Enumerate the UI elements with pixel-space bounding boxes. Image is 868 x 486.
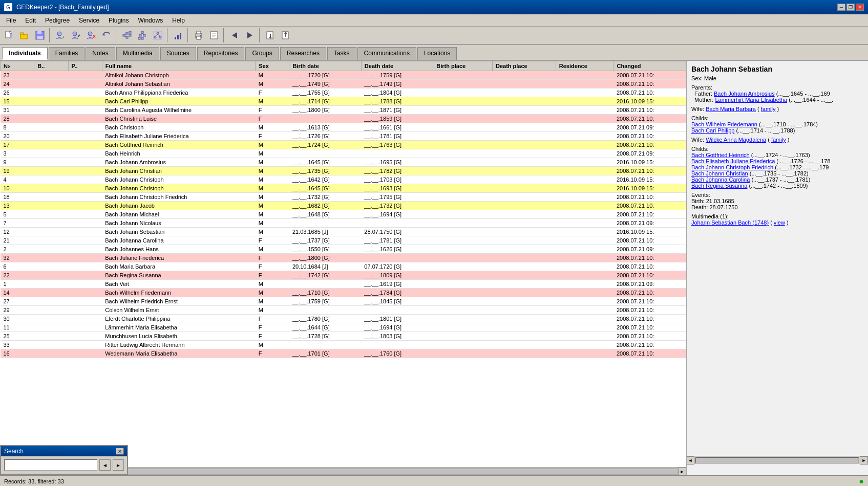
search-close-button[interactable]: ✕ (116, 448, 124, 455)
search-popup: Search ✕ ◄ ► (0, 445, 128, 475)
menu-edit[interactable]: Edit (21, 16, 40, 25)
toolbar-pedigree2[interactable] (135, 28, 150, 42)
table-row[interactable]: 10 Bach Johann Christoph M __.__.1645 [G… (1, 184, 686, 193)
tab-tasks[interactable]: Tasks (327, 47, 356, 60)
table-row[interactable]: 13 Bach Johann Jacob M __.__.1682 [G] __… (1, 202, 686, 210)
toolbar-edit-person[interactable] (69, 28, 83, 42)
table-row[interactable]: 16 Wedemann Maria Elisabetha F __.__.170… (1, 349, 686, 358)
toolbar-stats[interactable] (171, 28, 185, 42)
table-row[interactable]: 26 Bach Anna Philippiana Friederica F __… (1, 89, 686, 97)
table-row[interactable]: 4 Bach Johann Christoph M __.__.1642 [G]… (1, 175, 686, 184)
child2-4-link[interactable]: Bach Johann Christian (691, 170, 748, 176)
child2-1-link[interactable]: Bach Gottfried Heinrich (691, 152, 750, 158)
toolbar-pedigree3[interactable] (151, 28, 165, 42)
toolbar-export2[interactable] (279, 28, 293, 42)
toolbar-new[interactable] (2, 28, 16, 42)
table-row[interactable]: 9 Bach Johann Ambrosius M __.__.1645 [G]… (1, 158, 686, 167)
right-scroll-track[interactable] (695, 457, 859, 463)
tab-sources[interactable]: Sources (160, 47, 196, 60)
close-button[interactable]: ✕ (856, 4, 864, 11)
toolbar-print[interactable] (192, 28, 206, 42)
table-row[interactable]: 1 Bach Veit M __.__.1619 [G] 2008.07.21 … (1, 280, 686, 289)
table-row[interactable]: 33 Ritter Ludwig Albrecht Hermann M 2008… (1, 341, 686, 349)
tab-multimedia[interactable]: Multimedia (116, 47, 159, 60)
table-row[interactable]: 15 Bach Carl Philipp M __.__.1714 [G] __… (1, 97, 686, 106)
table-row[interactable]: 17 Bach Gottfried Heinrich M __.__.1724 … (1, 141, 686, 149)
multimedia-view-link[interactable]: view (774, 219, 785, 226)
table-row[interactable]: 20 Bach Elisabeth Juliane Friederica F _… (1, 132, 686, 141)
child1-2-link[interactable]: Bach Carl Philipp (691, 127, 734, 134)
table-row[interactable]: 31 Bach Carolina Augusta Wilhelmine F __… (1, 106, 686, 115)
wife2-family-link[interactable]: family (771, 137, 786, 143)
right-scroll-left[interactable]: ◄ (686, 456, 694, 465)
table-row[interactable]: 32 Bach Juliane Friederica F __.__.1800 … (1, 254, 686, 262)
table-row[interactable]: 25 Munchhusen Lucia Elisabeth F __.__.17… (1, 332, 686, 341)
right-scroll-right[interactable]: ► (860, 456, 868, 465)
child1-1-link[interactable]: Bach Wilhelm Friedemann (691, 121, 757, 127)
table-row[interactable]: 14 Bach Wilhelm Friedemann M __.__.1710 … (1, 289, 686, 297)
wife1-family-link[interactable]: family (761, 106, 776, 112)
table-row[interactable]: 11 Lämmerhirt Maria Elisabetha F __.__.1… (1, 323, 686, 332)
wife1-link[interactable]: Bach Maria Barbara (706, 106, 756, 112)
tab-communications[interactable]: Communications (357, 47, 416, 60)
menu-plugins[interactable]: Plugins (104, 16, 133, 25)
tab-researches[interactable]: Researches (280, 47, 326, 60)
table-row[interactable]: 21 Bach Johanna Carolina F __.__.1737 [G… (1, 236, 686, 245)
search-prev-button[interactable]: ◄ (99, 459, 111, 471)
table-row[interactable]: 24 Altnikol Johann Sebastian M __.__.174… (1, 80, 686, 89)
multimedia-link[interactable]: Johann Sebastian Bach (1748) (691, 219, 769, 226)
scroll-right-arrow[interactable]: ► (678, 468, 686, 476)
restore-button[interactable]: ❐ (846, 4, 855, 11)
table-row[interactable]: 28 Bach Christina Luise F __.__.1859 [G]… (1, 115, 686, 123)
table-row[interactable]: 19 Bach Johann Christian M __.__.1735 [G… (1, 167, 686, 175)
individuals-table-container[interactable]: № B.. P.. Full name Sex Birth date Death… (0, 61, 686, 467)
table-row[interactable]: 30 Elerdt Charlotte Philippina F __.__.1… (1, 315, 686, 323)
table-row[interactable]: 29 Colson Wilhelm Ernst M 2008.07.21 10: (1, 306, 686, 315)
tab-notes[interactable]: Notes (86, 47, 115, 60)
table-row[interactable]: 23 Altnikol Johann Christoph M __.__.172… (1, 71, 686, 80)
child2-2-link[interactable]: Bach Elisabeth Juliane Friederica (691, 158, 775, 164)
toolbar-delete-person[interactable]: × (84, 28, 98, 42)
table-row[interactable]: 27 Bach Wilhelm Friedrich Ernst M __.__.… (1, 297, 686, 306)
toolbar-nav-next[interactable] (243, 28, 257, 42)
toolbar-save[interactable] (33, 28, 47, 42)
tab-groups[interactable]: Groups (245, 47, 279, 60)
wife2-family-sep: ( (768, 137, 771, 143)
table-row[interactable]: 6 Bach Maria Barbara F 20.10.1684 [J] 07… (1, 262, 686, 271)
table-row[interactable]: 12 Bach Johann Sebastian M 21.03.1685 [J… (1, 228, 686, 236)
menu-pedigree[interactable]: Pedigree (41, 16, 74, 25)
mother-link[interactable]: Lämmerhirt Maria Elisabetha (715, 97, 787, 103)
child2-3-link[interactable]: Bach Johann Christoph Friedrich (691, 164, 773, 170)
toolbar-open[interactable] (17, 28, 32, 42)
toolbar-undo[interactable] (99, 28, 114, 42)
search-input[interactable] (4, 459, 97, 471)
table-row[interactable]: 7 Bach Johann Nicolaus M 2008.07.21 09: (1, 219, 686, 228)
multimedia-close: ) (787, 219, 789, 226)
menu-service[interactable]: Service (75, 16, 103, 25)
minimize-button[interactable]: ─ (837, 4, 845, 11)
tab-locations[interactable]: Locations (417, 47, 457, 60)
table-row[interactable]: 18 Bach Johann Christoph Friedrich M __.… (1, 193, 686, 202)
tab-families[interactable]: Families (49, 47, 85, 60)
child2-5-dates: (...__.1737 - ...__.1781) (751, 176, 810, 183)
table-row[interactable]: 3 Bach Heinrich M 2008.07.21 09: (1, 149, 686, 158)
toolbar-export1[interactable] (263, 28, 278, 42)
child2-6-link[interactable]: Bach Regina Susanna (691, 183, 747, 189)
tab-repositories[interactable]: Repositories (197, 47, 245, 60)
toolbar-add-person[interactable]: + (53, 28, 68, 42)
table-row[interactable]: 8 Bach Christoph M __.__.1613 [G] __.__.… (1, 123, 686, 132)
wife2-link[interactable]: Wilcke Anna Magdalena (706, 137, 766, 143)
toolbar-pedigree1[interactable] (120, 28, 134, 42)
toolbar-nav-prev[interactable] (227, 28, 242, 42)
father-link[interactable]: Bach Johann Ambrosius (714, 91, 775, 97)
child2-5-link[interactable]: Bach Johanna Carolina (691, 176, 750, 183)
tab-individuals[interactable]: Individuals (2, 47, 48, 60)
table-row[interactable]: 2 Bach Johannes Hans M __.__.1550 [G] __… (1, 245, 686, 254)
toolbar-preview[interactable] (207, 28, 221, 42)
table-row[interactable]: 22 Bach Regina Susanna F __.__.1742 [G] … (1, 271, 686, 280)
menu-file[interactable]: File (2, 16, 20, 25)
search-next-button[interactable]: ► (113, 459, 124, 471)
table-row[interactable]: 5 Bach Johann Michael M __.__.1648 [G] _… (1, 210, 686, 219)
menu-help[interactable]: Help (168, 16, 189, 25)
menu-windows[interactable]: Windows (134, 16, 167, 25)
